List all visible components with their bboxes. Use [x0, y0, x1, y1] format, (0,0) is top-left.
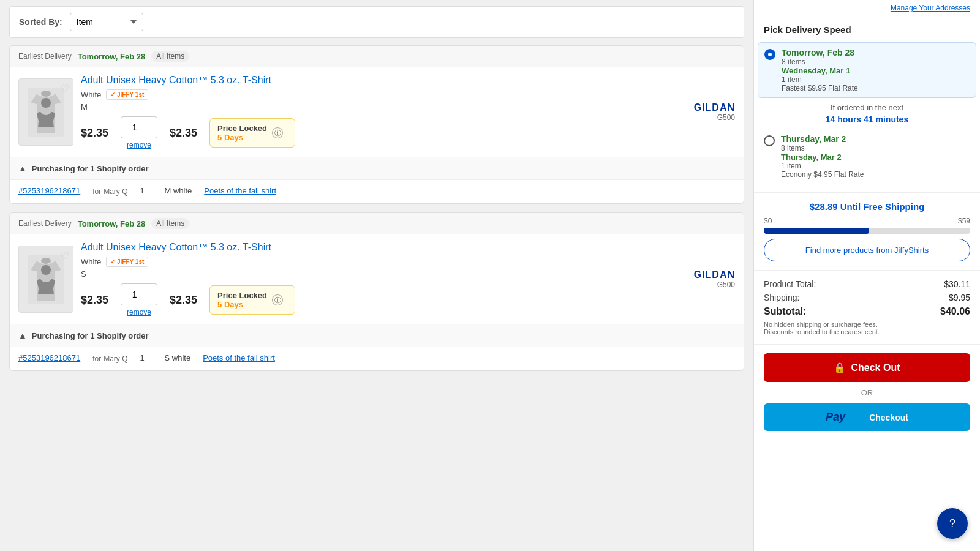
- wishlist-icon-1[interactable]: ♡: [61, 83, 69, 94]
- brand-name-1: GILDAN: [694, 102, 735, 113]
- manage-addresses-link[interactable]: Manage Your Addresses: [754, 0, 980, 16]
- item-title-2[interactable]: Adult Unisex Heavy Cotton™ 5.3 oz. T-Shi…: [81, 242, 687, 253]
- chevron-icon-1: ▲: [18, 163, 27, 173]
- order-desc-1[interactable]: Poets of the fall shirt: [204, 186, 276, 195]
- delivery-items-count-2b: 1 item: [781, 162, 970, 170]
- paypal-checkout-label: Checkout: [869, 413, 908, 422]
- price-locked-info-icon-1[interactable]: ⓘ: [272, 127, 283, 138]
- progress-start: $0: [764, 217, 772, 225]
- brand-sku-2: G500: [694, 280, 735, 289]
- purchasing-row-2[interactable]: ▲ Purchasing for 1 Shopify order: [10, 324, 744, 347]
- paypal-logo: Pay: [826, 411, 845, 424]
- subtotal-label: Subtotal:: [764, 306, 806, 317]
- delivery-date-sub-1: Wednesday, Mar 1: [782, 66, 970, 75]
- qty-group-1: remove: [121, 116, 157, 149]
- item-size-1: M: [81, 102, 687, 111]
- product-total-row: Product Total: $30.11: [764, 279, 970, 289]
- order-variant-1: M white: [164, 186, 192, 195]
- delivery-rate-2: Economy $4.95 Flat Rate: [781, 170, 970, 179]
- total-price-1: $2.35: [170, 127, 197, 140]
- delivery-label-2: Earliest Delivery: [18, 219, 72, 228]
- delivery-date-2: Tomorrow, Feb 28: [78, 219, 146, 228]
- sort-label: Sorted By:: [19, 17, 62, 27]
- find-products-btn[interactable]: Find more products from JiffyShirts: [764, 239, 970, 261]
- delivery-info-2: Thursday, Mar 2 8 items Thursday, Mar 2 …: [781, 134, 970, 179]
- or-divider: OR: [764, 388, 970, 397]
- paypal-logo-2: Pal: [849, 411, 865, 424]
- help-label: ?: [949, 517, 956, 530]
- product-total-label: Product Total:: [764, 279, 816, 289]
- unit-price-2: $2.35: [81, 294, 108, 307]
- radio-btn-2[interactable]: [764, 135, 775, 146]
- item-details-1: Adult Unisex Heavy Cotton™ 5.3 oz. T-Shi…: [81, 75, 687, 149]
- brand-info-1: GILDAN G500: [694, 102, 735, 122]
- qty-input-2[interactable]: [121, 283, 157, 305]
- remove-link-1[interactable]: remove: [121, 141, 157, 149]
- price-locked-days-2: 5 Days: [217, 300, 267, 309]
- jiffy-badge-1: ✓ JIFFY 1st: [106, 89, 148, 100]
- purchasing-label-1: Purchasing for 1 Shopify order: [32, 164, 149, 173]
- price-locked-box-2: Price Locked 5 Days ⓘ: [209, 285, 295, 315]
- order-for-group-1: for Mary Q: [92, 186, 127, 196]
- order-desc-2[interactable]: Poets of the fall shirt: [203, 353, 275, 362]
- progress-bar-fill: [764, 228, 869, 234]
- subtotal-value: $40.06: [940, 306, 970, 317]
- brand-name-2: GILDAN: [694, 269, 735, 280]
- delivery-items-count-1b: 1 item: [782, 75, 970, 84]
- shipping-progress: $0 $59: [764, 217, 970, 234]
- price-locked-label-2: Price Locked: [217, 291, 267, 300]
- paypal-btn[interactable]: PayPal Checkout: [764, 403, 970, 431]
- shipping-value: $9.95: [949, 293, 970, 302]
- jiffy-badge-2: ✓ JIFFY 1st: [106, 257, 148, 267]
- order-qty-2: 1: [140, 353, 152, 362]
- shipping-row: Shipping: $9.95: [764, 293, 970, 302]
- delivery-date-main-2: Thursday, Mar 2: [781, 134, 970, 144]
- delivery-date-1: Tomorrow, Feb 28: [78, 52, 146, 61]
- cart-item-2: Earliest Delivery Tomorrow, Feb 28 All I…: [9, 212, 744, 371]
- item-attrs-2: White ✓ JIFFY 1st: [81, 257, 687, 267]
- cart-item-1: Earliest Delivery Tomorrow, Feb 28 All I…: [9, 45, 744, 204]
- item-pricing-2: $2.35 remove $2.35 Price Locked 5 Days ⓘ: [81, 283, 687, 317]
- purchasing-row-1[interactable]: ▲ Purchasing for 1 Shopify order: [10, 157, 744, 179]
- brand-sku-1: G500: [694, 113, 735, 122]
- delivery-header-1: Earliest Delivery Tomorrow, Feb 28 All I…: [10, 46, 744, 67]
- order-number-2[interactable]: #5253196218671: [18, 353, 80, 362]
- timer-highlight: 14 hours 41 minutes: [764, 114, 970, 124]
- svg-point-1: [41, 91, 51, 97]
- price-locked-info-2: Price Locked 5 Days: [217, 291, 267, 309]
- delivery-label-1: Earliest Delivery: [18, 52, 72, 61]
- item-image-1: ♡: [18, 78, 74, 146]
- svg-point-6: [41, 258, 51, 264]
- wishlist-icon-2[interactable]: ♡: [61, 250, 69, 261]
- delivery-date-main-1: Tomorrow, Feb 28: [782, 48, 970, 58]
- product-total-value: $30.11: [944, 279, 970, 289]
- item-title-1[interactable]: Adult Unisex Heavy Cotton™ 5.3 oz. T-Shi…: [81, 75, 687, 86]
- delivery-option-1[interactable]: Tomorrow, Feb 28 8 items Wednesday, Mar …: [758, 42, 976, 98]
- help-btn[interactable]: ?: [937, 508, 968, 539]
- remove-link-2[interactable]: remove: [121, 308, 157, 317]
- checkout-btn[interactable]: 🔒 Check Out: [764, 353, 970, 382]
- price-locked-box-1: Price Locked 5 Days ⓘ: [209, 118, 295, 148]
- delivery-items-count-1a: 8 items: [782, 58, 970, 66]
- shipping-label: Shipping:: [764, 293, 799, 302]
- total-price-2: $2.35: [170, 294, 197, 307]
- svg-point-2: [41, 98, 51, 108]
- delivery-header-2: Earliest Delivery Tomorrow, Feb 28 All I…: [10, 213, 744, 234]
- price-locked-info-icon-2[interactable]: ⓘ: [272, 294, 283, 305]
- delivery-option-2[interactable]: Thursday, Mar 2 8 items Thursday, Mar 2 …: [764, 129, 970, 184]
- order-for-label-2: for: [92, 354, 101, 363]
- timer-text: If ordered in the next: [764, 103, 970, 112]
- sort-bar: Sorted By: Item Price Date Added: [9, 6, 744, 38]
- order-details-2: #5253196218671 for Mary Q 1 S white Poet…: [10, 347, 744, 370]
- delivery-date-sub-2: Thursday, Mar 2: [781, 152, 970, 162]
- totals-section: Product Total: $30.11 Shipping: $9.95 Su…: [754, 271, 980, 345]
- order-number-1[interactable]: #5253196218671: [18, 186, 80, 195]
- delivery-info-1: Tomorrow, Feb 28 8 items Wednesday, Mar …: [782, 48, 970, 92]
- qty-input-1[interactable]: [121, 116, 157, 138]
- no-fees-text: No hidden shipping or surcharge fees.: [764, 321, 970, 328]
- radio-btn-1[interactable]: [764, 49, 775, 60]
- order-qty-1: 1: [140, 186, 152, 195]
- item-pricing-1: $2.35 remove $2.35 Price Locked 5 Days ⓘ: [81, 116, 687, 149]
- sort-select[interactable]: Item Price Date Added: [70, 13, 143, 31]
- all-items-badge-1: All Items: [151, 51, 189, 62]
